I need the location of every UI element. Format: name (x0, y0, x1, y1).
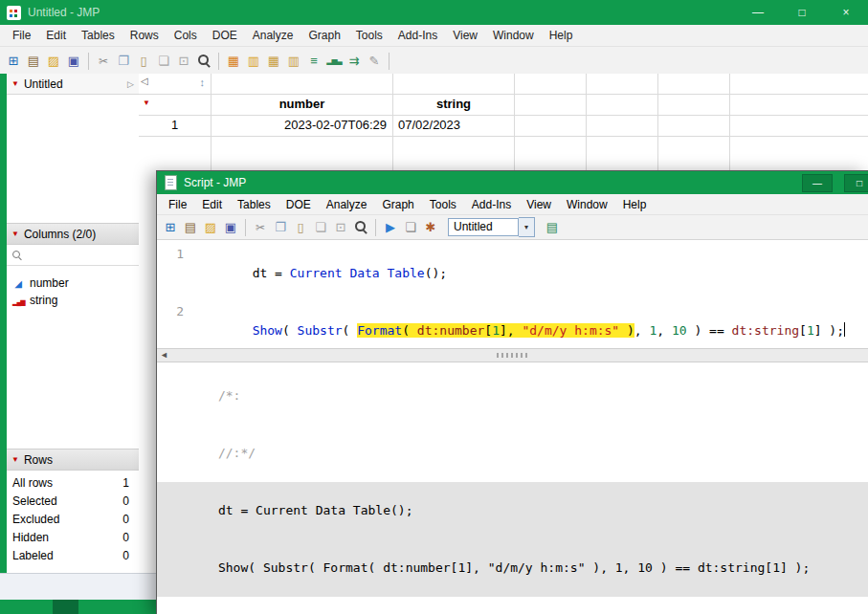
new-data-table-icon[interactable]: ⊞ (161, 218, 180, 237)
code-token: ( (343, 323, 358, 338)
cell-string[interactable]: 07/02/2023 (393, 115, 513, 136)
search-icon[interactable] (194, 52, 213, 71)
log-pane[interactable]: /*: //:*/ dt = Current Data Table(); Sho… (157, 362, 868, 614)
taskbar-item[interactable] (53, 600, 78, 614)
code-token (844, 322, 845, 337)
collapse-panel-icon[interactable]: ◁ (141, 76, 148, 86)
row-stat-item[interactable]: Labeled 0 (7, 547, 139, 565)
search-icon[interactable] (351, 218, 370, 237)
sort-icon[interactable]: ≡ (304, 52, 323, 71)
menu-item[interactable]: DOE (205, 27, 245, 44)
row-stat-item[interactable]: All rows 1 (7, 474, 139, 493)
row-stat-item[interactable]: Hidden 0 (7, 529, 139, 547)
copy-table-icon[interactable]: ❏ (154, 52, 173, 71)
new-data-table-icon[interactable]: ⊞ (4, 52, 23, 71)
save-icon[interactable]: ▣ (64, 52, 83, 71)
open-icon[interactable]: ▨ (44, 52, 63, 71)
menu-item[interactable]: Analyze (245, 27, 301, 44)
chevron-down-icon[interactable]: ▾ (519, 217, 535, 237)
code-token: Format (357, 323, 402, 338)
editor-log-splitter[interactable]: ◄ (157, 348, 868, 362)
menu-item[interactable]: Window (485, 27, 542, 44)
row-number-cell[interactable]: 1 (139, 115, 211, 136)
row-stat-item[interactable]: Excluded 0 (7, 511, 139, 529)
rows-panel-header[interactable]: ▼ Rows (7, 449, 139, 471)
red-triangle-icon[interactable]: ▼ (143, 99, 150, 107)
script-titlebar[interactable]: Script - JMP — □ (157, 171, 868, 194)
debug-icon[interactable]: ✱ (421, 218, 440, 237)
script-output-icon[interactable]: ❏ (401, 218, 420, 237)
cell-number[interactable]: 2023-02-07T06:29 (211, 115, 391, 136)
menu-item[interactable]: File (161, 196, 194, 213)
menu-item[interactable]: Graph (300, 27, 347, 44)
menu-item[interactable]: Tables (74, 27, 122, 44)
splitter-grip[interactable] (497, 353, 529, 358)
code-token: [ (799, 323, 807, 338)
run-script-icon[interactable]: ▶ (381, 218, 400, 237)
namespace-dropdown-value[interactable]: Untitled (448, 218, 519, 236)
collapse-splitter-icon[interactable]: ◄ (160, 350, 168, 360)
menu-item[interactable]: Edit (38, 27, 74, 44)
minimize-button[interactable]: — (736, 0, 780, 25)
minimize-button[interactable]: — (802, 174, 833, 192)
formula-icon[interactable]: ⇉ (345, 52, 364, 71)
menu-item[interactable]: Add-Ins (390, 27, 445, 44)
subset-icon[interactable]: ▦ (264, 52, 283, 71)
summary-icon[interactable]: ▥ (244, 52, 263, 71)
close-button[interactable]: × (824, 0, 868, 25)
red-triangle-icon[interactable]: ▼ (11, 456, 19, 464)
column-label: string (30, 294, 57, 307)
menu-item[interactable]: Graph (374, 196, 421, 213)
copy-icon[interactable]: ❐ (271, 218, 290, 237)
open-icon[interactable]: ▨ (201, 218, 220, 237)
menu-item[interactable]: View (445, 27, 485, 44)
data-table-icon[interactable]: ▦ (224, 52, 243, 71)
menu-item[interactable]: Add-Ins (464, 196, 519, 213)
menu-item[interactable]: Tools (422, 196, 464, 213)
menu-item[interactable]: Cols (167, 27, 205, 44)
maximize-button[interactable]: □ (844, 174, 868, 192)
new-journal-icon[interactable]: ▤ (24, 52, 43, 71)
menu-item[interactable]: View (519, 196, 559, 213)
red-triangle-icon[interactable]: ▼ (11, 80, 19, 88)
column-sort-icon[interactable]: ↕ (200, 77, 206, 88)
table-panel-header[interactable]: ▼ Untitled ▷ (7, 74, 139, 95)
paste-icon[interactable]: ▯ (291, 218, 310, 237)
menu-item[interactable]: Tools (348, 27, 390, 44)
red-triangle-icon[interactable]: ▼ (11, 230, 19, 238)
menu-item[interactable]: Tables (230, 196, 278, 213)
column-header-number[interactable]: number (211, 94, 392, 115)
columns-panel-header[interactable]: ▼ Columns (2/0) (7, 223, 139, 245)
menu-item[interactable]: Rows (122, 27, 167, 44)
menu-item[interactable]: Edit (194, 196, 230, 213)
columns-search-box[interactable] (7, 245, 139, 266)
menu-item[interactable]: DOE (278, 196, 319, 213)
namespace-dropdown: Untitled ▾ (448, 217, 535, 237)
main-titlebar[interactable]: Untitled - JMP — □ × (0, 0, 868, 25)
menu-item[interactable]: Help (615, 196, 655, 213)
copy-icon[interactable]: ❐ (114, 52, 133, 71)
cut-icon[interactable]: ✂ (251, 218, 270, 237)
menu-item[interactable]: Help (542, 27, 581, 44)
column-list-item[interactable]: string (7, 292, 139, 309)
journal-icon[interactable]: ▤ (543, 218, 562, 237)
maximize-button[interactable]: □ (780, 0, 824, 25)
annotate-icon[interactable]: ✎ (365, 52, 384, 71)
transpose-icon[interactable]: ▥ (284, 52, 303, 71)
cut-icon[interactable]: ✂ (94, 52, 113, 71)
menu-item[interactable]: File (5, 27, 38, 44)
format-paste-icon[interactable]: ❏ (311, 218, 330, 237)
lock-icon[interactable]: ⊡ (331, 218, 350, 237)
script-editor[interactable]: 1 dt = Current Data Table(); 2 Show( Sub… (157, 240, 868, 348)
column-header-string[interactable]: string (393, 94, 514, 115)
row-stat-item[interactable]: Selected 0 (7, 493, 139, 511)
save-icon[interactable]: ▣ (221, 218, 240, 237)
distribution-icon[interactable]: ▂▅▃ (324, 52, 344, 71)
lock-icon[interactable]: ⊡ (174, 52, 193, 71)
expand-panel-icon[interactable]: ▷ (127, 79, 134, 89)
menu-item[interactable]: Analyze (319, 196, 375, 213)
column-list-item[interactable]: number (7, 274, 139, 292)
paste-icon[interactable]: ▯ (134, 52, 153, 71)
menu-item[interactable]: Window (559, 196, 615, 213)
new-script-icon[interactable]: ▤ (181, 218, 200, 237)
